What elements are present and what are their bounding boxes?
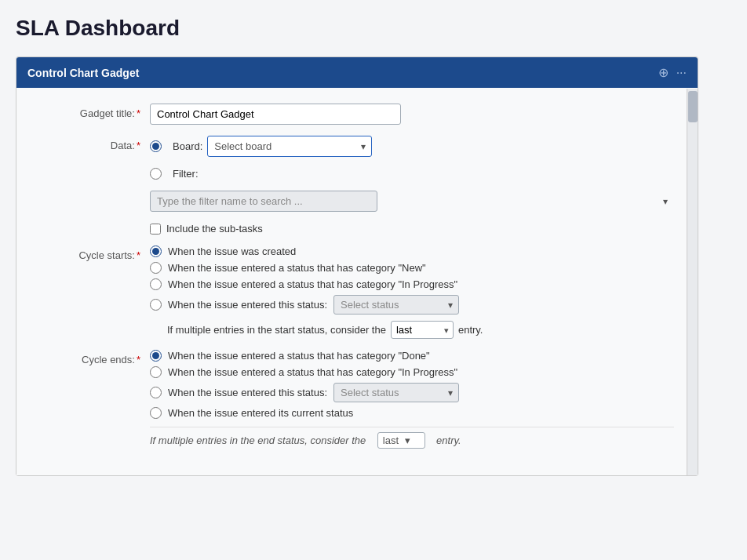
filter-radio-row: Filter: — [150, 168, 674, 180]
board-radio-row: Board: Select board — [150, 136, 674, 157]
cycle-starts-status-select[interactable]: Select status — [333, 295, 459, 315]
required-star-ends: * — [137, 354, 140, 365]
required-star-data: * — [137, 140, 140, 151]
gadget-header-icons: ⊕ ··· — [658, 65, 687, 80]
gadget-container: Control Chart Gadget ⊕ ··· Gadget title:… — [16, 56, 698, 476]
cycle-ends-label-1[interactable]: When the issue entered a status that has… — [168, 366, 457, 378]
cycle-ends-radio-1[interactable] — [150, 366, 162, 378]
cycle-starts-label-3[interactable]: When the issue entered this status: — [168, 299, 327, 311]
cycle-starts-radio-2[interactable] — [150, 278, 162, 290]
data-options: Board: Select board Filter: Type the fil — [150, 136, 674, 235]
cycle-ends-radio-2[interactable] — [150, 387, 162, 398]
cycle-ends-label: Cycle ends:* — [40, 350, 150, 365]
cutoff-text: If multiple entries in the end status, c… — [150, 427, 674, 449]
gadget-body: Gadget title:* Data:* Board: Select boar… — [16, 88, 698, 475]
data-label: Data:* — [40, 136, 150, 151]
required-star: * — [137, 107, 140, 119]
consider-start-row: If multiple entries in the start status,… — [167, 321, 674, 339]
board-radio[interactable] — [150, 140, 162, 152]
cycle-ends-label-0[interactable]: When the issue entered a status that has… — [168, 350, 430, 362]
required-star-starts: * — [137, 249, 140, 261]
consider-start-select[interactable]: last first — [391, 321, 454, 339]
cycle-ends-option-2: When the issue entered this status: Sele… — [150, 383, 674, 402]
gadget-header: Control Chart Gadget ⊕ ··· — [16, 57, 698, 88]
include-subtasks-label[interactable]: Include the sub-tasks — [166, 223, 263, 235]
cycle-ends-status-wrapper: Select status — [333, 383, 459, 402]
include-subtasks-row: Include the sub-tasks — [150, 223, 674, 235]
cycle-ends-label-2[interactable]: When the issue entered this status: — [168, 387, 327, 398]
gadget-header-title: Control Chart Gadget — [27, 67, 139, 79]
cycle-ends-row: Cycle ends:* When the issue entered a st… — [40, 350, 674, 449]
cycle-starts-option-2: When the issue entered a status that has… — [150, 278, 674, 290]
cycle-starts-label: Cycle starts:* — [40, 245, 150, 261]
consider-start-text-after: entry. — [458, 324, 483, 336]
board-select[interactable]: Select board — [207, 136, 372, 157]
gadget-title-row: Gadget title:* — [40, 104, 674, 125]
cycle-ends-status-select[interactable]: Select status — [333, 383, 459, 402]
cycle-starts-option-0: When the issue was created — [150, 245, 674, 257]
cycle-starts-option-3: When the issue entered this status: Sele… — [150, 295, 674, 315]
consider-start-text-before: If multiple entries in the start status,… — [167, 324, 386, 336]
scrollbar-thumb[interactable] — [688, 91, 698, 122]
board-radio-label[interactable]: Board: — [173, 140, 202, 152]
cycle-ends-option-1: When the issue entered a status that has… — [150, 366, 674, 378]
move-icon[interactable]: ⊕ — [658, 65, 669, 80]
cycle-ends-label-3[interactable]: When the issue entered its current statu… — [168, 407, 353, 419]
cycle-starts-radio-1[interactable] — [150, 262, 162, 274]
data-row: Data:* Board: Select board Filter: — [40, 136, 674, 235]
cycle-ends-option-3: When the issue entered its current statu… — [150, 407, 674, 419]
gadget-title-field-wrapper — [150, 104, 674, 125]
cycle-starts-option-1: When the issue entered a status that has… — [150, 262, 674, 274]
consider-start-select-wrapper: last first — [391, 321, 454, 339]
cycle-starts-radio-0[interactable] — [150, 245, 162, 257]
cycle-starts-status-wrapper: Select status — [333, 295, 459, 315]
page-title: SLA Dashboard — [16, 16, 731, 41]
cycle-starts-options: When the issue was created When the issu… — [150, 245, 674, 339]
gadget-title-label: Gadget title:* — [40, 104, 150, 119]
cycle-ends-radio-0[interactable] — [150, 350, 162, 362]
cycle-ends-options: When the issue entered a status that has… — [150, 350, 674, 449]
filter-radio[interactable] — [150, 168, 162, 180]
gadget-title-input[interactable] — [150, 104, 401, 125]
cycle-starts-label-2[interactable]: When the issue entered a status that has… — [168, 278, 457, 290]
cycle-ends-radio-3[interactable] — [150, 407, 162, 419]
board-select-wrapper: Select board — [207, 136, 372, 157]
cycle-ends-option-0: When the issue entered a status that has… — [150, 350, 674, 362]
cycle-starts-radio-3[interactable] — [150, 299, 162, 311]
scrollbar[interactable] — [687, 89, 698, 475]
include-subtasks-checkbox[interactable] — [150, 224, 161, 235]
cycle-starts-label-0[interactable]: When the issue was created — [168, 245, 296, 257]
filter-radio-label[interactable]: Filter: — [173, 168, 199, 180]
filter-search-select[interactable]: Type the filter name to search ... — [150, 191, 377, 212]
cycle-starts-row: Cycle starts:* When the issue was create… — [40, 245, 674, 339]
cycle-starts-label-1[interactable]: When the issue entered a status that has… — [168, 262, 426, 274]
menu-icon[interactable]: ··· — [676, 66, 687, 80]
filter-search-wrapper: Type the filter name to search ... — [150, 191, 674, 212]
